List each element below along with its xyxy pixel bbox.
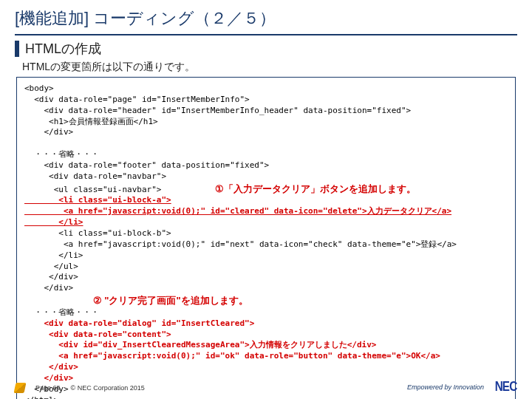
page-title: [機能追加] コーディング（２／５） — [15, 7, 517, 35]
section-subtext: HTMLの変更箇所は以下の通りです。 — [22, 61, 517, 74]
section-header: HTMLの作成 — [15, 40, 517, 58]
footer-accent-icon — [14, 383, 27, 393]
section-title: HTMLの作成 — [25, 40, 101, 58]
annotation-2: ② "クリア完了画面"を追加します。 — [93, 295, 248, 306]
brand-logo: NEC — [495, 379, 517, 395]
section-accent-bar — [15, 41, 19, 57]
code-block: <body> <div data-role="page" id="InsertM… — [16, 77, 516, 399]
footer: Page 64 © NEC Corporation 2015 — [15, 383, 145, 393]
copyright: © NEC Corporation 2015 — [71, 384, 145, 392]
brand-area: Empowered by Innovation NEC — [407, 379, 519, 395]
annotation-1: ①「入力データクリア」ボタンを追加します。 — [215, 183, 416, 194]
brand-tagline: Empowered by Innovation — [407, 383, 484, 391]
page-number: Page 64 — [35, 384, 61, 392]
